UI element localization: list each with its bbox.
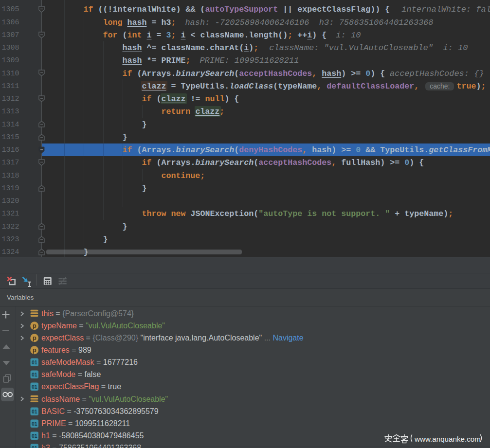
svg-text:p: p [33, 335, 36, 341]
svg-text:01: 01 [32, 359, 37, 365]
svg-text:p: p [33, 323, 36, 329]
svg-text:p: p [33, 347, 36, 354]
svg-text:01: 01 [32, 384, 37, 390]
svg-text:01: 01 [32, 420, 37, 426]
svg-text:www.anquanke.com: www.anquanke.com [414, 435, 481, 443]
svg-text:01: 01 [32, 432, 37, 438]
svg-text:01: 01 [32, 408, 37, 414]
svg-text:01: 01 [32, 445, 37, 448]
svg-text:01: 01 [32, 372, 37, 377]
